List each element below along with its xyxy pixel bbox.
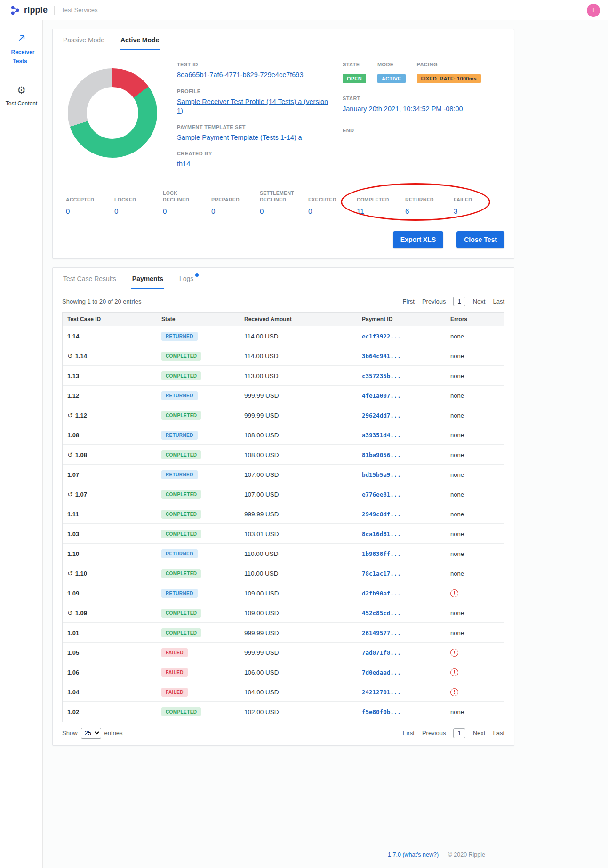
payment-id-link[interactable]: 1b9838ff... xyxy=(362,550,401,557)
test-case-id: 1.10 xyxy=(67,550,79,557)
errors-value: none xyxy=(450,708,464,715)
stat-label: EXECUTED xyxy=(308,190,343,203)
payment-id-link[interactable]: 26149577... xyxy=(362,629,401,636)
retry-icon: ↺ xyxy=(67,609,73,617)
payment-id-link[interactable]: 3b64c941... xyxy=(362,353,401,360)
table-row: 1.04FAILED104.00 USD24212701...! xyxy=(63,682,504,702)
close-test-button[interactable]: Close Test xyxy=(456,231,504,248)
table-row: 1.02COMPLETED102.00 USDf5e80f0b...none xyxy=(63,702,504,722)
payment-id-link[interactable]: 29624dd7... xyxy=(362,412,401,419)
end-label: END xyxy=(343,128,504,133)
error-icon[interactable]: ! xyxy=(450,668,458,676)
app-title: Test Services xyxy=(61,7,97,14)
received-amount: 999.99 USD xyxy=(244,629,279,636)
pagination-last[interactable]: Last xyxy=(493,730,504,737)
state-pill: COMPLETED xyxy=(161,707,201,716)
table-row: 1.09RETURNED109.00 USDd2fb90af...! xyxy=(63,583,504,603)
errors-value: none xyxy=(450,629,464,636)
received-amount: 104.00 USD xyxy=(244,689,279,696)
profile-label: PROFILE xyxy=(177,88,332,94)
tab-payments[interactable]: Payments xyxy=(131,268,164,289)
pagination-current-page[interactable]: 1 xyxy=(453,297,465,306)
results-tabs: Test Case Results Payments Logs xyxy=(53,268,514,289)
payment-id-link[interactable]: a39351d4... xyxy=(362,432,401,439)
created-by-value: th14 xyxy=(177,160,332,169)
stat-label: ACCEPTED xyxy=(66,190,101,203)
error-icon[interactable]: ! xyxy=(450,589,458,597)
pagination-last[interactable]: Last xyxy=(493,298,504,305)
payments-table: Test Case ID State Received Amount Payme… xyxy=(62,312,504,722)
sidebar-item-test-content[interactable]: ⚙ Test Content xyxy=(0,85,42,108)
header-divider xyxy=(54,6,55,15)
retry-icon: ↺ xyxy=(67,411,73,419)
state-pill: COMPLETED xyxy=(161,490,201,499)
errors-value: none xyxy=(450,392,464,399)
state-pill: COMPLETED xyxy=(161,628,201,637)
state-pill: FAILED xyxy=(161,668,188,677)
state-pill: COMPLETED xyxy=(161,352,201,361)
payment-id-link[interactable]: 78c1ac17... xyxy=(362,570,401,577)
pagination-previous[interactable]: Previous xyxy=(422,298,446,305)
pagination-first[interactable]: First xyxy=(403,298,415,305)
page-footer: 1.7.0 (what's new?) © 2020 Ripple xyxy=(52,846,514,861)
created-by-label: CREATED BY xyxy=(177,151,332,156)
sidebar-item-receiver-tests[interactable]: Receiver Tests xyxy=(0,33,42,65)
payment-id-link[interactable]: f5e80f0b... xyxy=(362,708,401,715)
errors-value: none xyxy=(450,610,464,617)
table-row: ↺1.07COMPLETED107.00 USDe776ee81...none xyxy=(63,484,504,504)
pagination-previous[interactable]: Previous xyxy=(422,730,446,737)
pagination-next[interactable]: Next xyxy=(473,298,486,305)
test-overview-body: TEST ID 8ea665b1-7af6-4771-b829-729e4ce7… xyxy=(53,50,514,258)
error-icon[interactable]: ! xyxy=(450,649,458,657)
received-amount: 999.99 USD xyxy=(244,511,279,518)
state-pill: COMPLETED xyxy=(161,569,201,578)
payment-id-link[interactable]: 452c85cd... xyxy=(362,610,401,617)
state-pill: RETURNED xyxy=(161,470,198,479)
payment-id-link[interactable]: 8ca16d81... xyxy=(362,530,401,538)
logs-notification-dot xyxy=(195,273,199,277)
received-amount: 110.00 USD xyxy=(244,550,279,557)
pagination-first[interactable]: First xyxy=(403,730,415,737)
pagination-current-page[interactable]: 1 xyxy=(453,728,465,738)
table-row: 1.06FAILED106.00 USD7d0edaad...! xyxy=(63,662,504,682)
payment-id-link[interactable]: ec1f3922... xyxy=(362,333,401,340)
payment-id-link[interactable]: 4fe1a007... xyxy=(362,392,401,399)
stat-label: RETURNED xyxy=(405,190,440,203)
tab-test-case-results[interactable]: Test Case Results xyxy=(62,268,117,289)
stat-label: LOCK DECLINED xyxy=(163,190,198,203)
received-amount: 106.00 USD xyxy=(244,669,279,676)
error-icon[interactable]: ! xyxy=(450,688,458,696)
payment-id-link[interactable]: e776ee81... xyxy=(362,491,401,498)
tab-active-mode[interactable]: Active Mode xyxy=(120,29,160,50)
pagination-next[interactable]: Next xyxy=(473,730,486,737)
test-case-id: 1.12 xyxy=(67,392,79,399)
stat-value: 0 xyxy=(260,207,308,215)
payment-id-link[interactable]: bd15b5a9... xyxy=(362,471,401,478)
content-container: Passive Mode Active Mode TEST ID 8ea xyxy=(52,29,514,746)
state-pill: COMPLETED xyxy=(161,411,201,420)
test-case-id: 1.08 xyxy=(67,432,79,439)
payment-id-link[interactable]: 7ad871f8... xyxy=(362,649,401,656)
received-amount: 109.00 USD xyxy=(244,590,279,597)
received-amount: 113.00 USD xyxy=(244,372,279,379)
received-amount: 107.00 USD xyxy=(244,491,279,498)
payment-id-link[interactable]: 81ba9056... xyxy=(362,451,401,458)
payment-id-link[interactable]: 24212701... xyxy=(362,689,401,696)
state-pill: RETURNED xyxy=(161,332,198,341)
payment-id-link[interactable]: 7d0edaad... xyxy=(362,669,401,676)
payment-id-link[interactable]: c357235b... xyxy=(362,372,401,379)
version-link[interactable]: 1.7.0 (what's new?) xyxy=(388,852,439,858)
start-label: START xyxy=(343,96,504,101)
profile-link[interactable]: Sample Receiver Test Profile (14 Tests) … xyxy=(177,98,328,114)
payment-id-link[interactable]: 2949c8df... xyxy=(362,511,401,518)
tab-passive-mode[interactable]: Passive Mode xyxy=(62,29,105,50)
errors-value: none xyxy=(450,471,464,478)
sidebar: Receiver Tests ⚙ Test Content xyxy=(0,20,43,868)
state-pill: COMPLETED xyxy=(161,371,201,380)
payment-id-link[interactable]: d2fb90af... xyxy=(362,590,401,597)
user-avatar[interactable]: T xyxy=(587,4,600,17)
page-size-select[interactable]: 25 xyxy=(81,728,101,739)
tab-logs-label: Logs xyxy=(179,275,193,282)
tab-logs[interactable]: Logs xyxy=(178,268,194,289)
export-xls-button[interactable]: Export XLS xyxy=(393,231,443,248)
